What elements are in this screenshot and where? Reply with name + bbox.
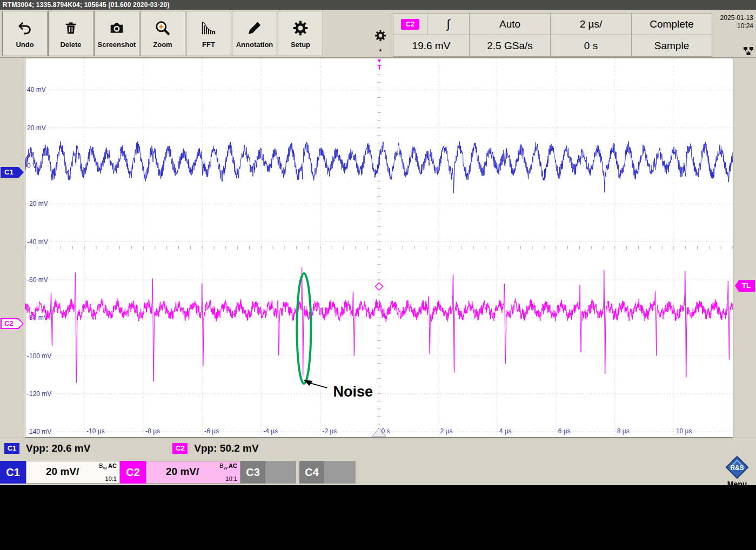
sample-rate: 2.5 GSa/s (469, 35, 550, 57)
zoom-button[interactable]: Zoom (140, 11, 185, 56)
trigger-source-cell[interactable]: C2 (393, 14, 427, 35)
c2-channel-button[interactable]: C2 (120, 461, 146, 484)
c2-probe-ratio: 10:1 (226, 475, 237, 482)
collapse-caret-icon: ▲ (378, 48, 383, 52)
camera-icon (108, 16, 126, 41)
c1-probe-ratio: 10:1 (105, 475, 117, 482)
graticule[interactable]: -10 µs-8 µs-6 µs-4 µs-2 µs0 s2 µs4 µs6 µ… (25, 58, 733, 438)
waveform-display: -10 µs-8 µs-6 µs-4 µs-2 µs0 s2 µs4 µs6 µ… (0, 58, 756, 438)
time-value: 10:24 (714, 22, 753, 30)
display-settings-button[interactable]: ▲ (372, 29, 389, 59)
timebase-scale[interactable]: 2 µs/ (550, 14, 631, 35)
c3-channel-button[interactable]: C3 (240, 461, 265, 484)
svg-text:-8 µs: -8 µs (145, 427, 160, 435)
undo-label: Undo (16, 41, 34, 49)
fft-button[interactable]: FFT (186, 11, 231, 56)
c1-channel-button[interactable]: C1 (0, 461, 26, 484)
svg-text:6 µs: 6 µs (558, 427, 571, 435)
status-bar: C2 ∫ Auto 2 µs/ Complete 19.6 mV 2.5 GSa… (393, 13, 712, 56)
svg-text:-100 mV: -100 mV (27, 352, 51, 360)
c2-scale: 20 mV/ (166, 466, 199, 478)
measurement-bar: C1 Vpp: 20.6 mV C2 Vpp: 50.2 mV (0, 438, 756, 458)
c1-marker-label: C1 (1, 167, 24, 178)
c3-settings[interactable] (265, 461, 296, 484)
undo-button[interactable]: Undo (2, 11, 48, 56)
svg-text:-140 mV: -140 mV (27, 428, 51, 435)
trigger-level-marker[interactable]: TL (735, 280, 755, 292)
svg-text:20 mV: 20 mV (27, 124, 46, 132)
display-settings-gear-icon (374, 29, 387, 44)
c1-measure-badge: C1 (4, 443, 19, 454)
annotation-label: Annotation (236, 41, 273, 49)
trash-icon (63, 16, 78, 41)
c2-vpp-measurement: Vpp: 50.2 mV (194, 442, 258, 454)
c1-bandwidth-coupling: BWAC (99, 462, 117, 471)
horizontal-position[interactable]: 0 s (550, 35, 631, 57)
svg-text:-40 mV: -40 mV (27, 238, 48, 246)
trigger-position-marker[interactable]: ▼ T (374, 58, 385, 71)
trigger-slope-cell[interactable]: ∫ (427, 14, 469, 35)
svg-text:-2 µs: -2 µs (322, 427, 337, 435)
menu-button[interactable]: R&S Menu (720, 455, 754, 488)
setup-button[interactable]: Setup (278, 11, 323, 56)
svg-text:-120 mV: -120 mV (27, 390, 51, 398)
c1-scale: 20 mV/ (46, 466, 79, 478)
svg-text:2 µs: 2 µs (440, 427, 453, 435)
svg-text:-60 mV: -60 mV (27, 276, 48, 284)
zoom-icon (154, 16, 171, 41)
undo-icon (17, 16, 33, 41)
menu-label: Menu (720, 480, 754, 488)
annotation-button[interactable]: Annotation (232, 11, 277, 56)
datetime-display: 2025-01-13 10:24 (714, 14, 754, 56)
c1-settings[interactable]: 20 mV/ BWAC 10:1 (26, 461, 120, 484)
svg-text:-6 µs: -6 µs (204, 427, 219, 435)
delete-label: Delete (60, 41, 81, 49)
svg-text:Noise: Noise (333, 384, 373, 400)
acquisition-mode[interactable]: Sample (631, 35, 712, 57)
svg-text:R&S: R&S (730, 464, 744, 472)
trigger-level-value[interactable]: 19.6 mV (393, 35, 469, 57)
trigger-mode[interactable]: Auto (469, 14, 550, 35)
svg-text:8 µs: 8 µs (617, 427, 630, 435)
svg-text:0 s: 0 s (382, 427, 390, 435)
window-title: RTM3004; 1335.8794K04; 105645 (01.600 20… (0, 0, 756, 10)
svg-text:10 µs: 10 µs (676, 427, 692, 435)
c2-position-marker[interactable]: C2 (1, 318, 24, 329)
c2-measure-badge: C2 (172, 443, 188, 454)
screenshot-button[interactable]: Screenshot (94, 11, 139, 56)
trigger-source-badge: C2 (401, 19, 419, 30)
fft-icon (199, 16, 218, 41)
c1-vpp-measurement: Vpp: 20.6 mV (26, 442, 90, 454)
toolbar: Undo Delete Screenshot Zoom FFT (0, 10, 756, 58)
setup-label: Setup (291, 41, 310, 49)
svg-text:40 mV: 40 mV (27, 86, 46, 93)
trigger-marker-label: T (374, 64, 385, 71)
channel-bar: C1 20 mV/ BWAC 10:1 C2 20 mV/ BWAC 10:1 … (0, 458, 756, 485)
screenshot-label: Screenshot (98, 41, 136, 49)
svg-text:4 µs: 4 µs (499, 427, 512, 435)
waveform-plot[interactable]: -10 µs-8 µs-6 µs-4 µs-2 µs0 s2 µs4 µs6 µ… (25, 58, 733, 437)
svg-text:-10 µs: -10 µs (86, 427, 105, 435)
c4-channel-button[interactable]: C4 (299, 461, 324, 484)
acquisition-status: Complete (631, 14, 712, 35)
delete-button[interactable]: Delete (48, 11, 93, 56)
zoom-label: Zoom (153, 41, 172, 49)
c1-position-marker[interactable]: C1 (1, 167, 24, 178)
svg-text:-4 µs: -4 µs (263, 427, 278, 435)
network-icon (744, 47, 753, 55)
pencil-icon (246, 16, 263, 41)
edge-trigger-icon: ∫ (446, 17, 450, 31)
c2-bandwidth-coupling: BWAC (219, 462, 237, 471)
gear-icon (292, 16, 309, 41)
svg-text:-20 mV: -20 mV (27, 200, 48, 207)
c4-settings[interactable] (324, 461, 356, 484)
date-value: 2025-01-13 (714, 14, 753, 22)
oscilloscope-screen: RTM3004; 1335.8794K04; 105645 (01.600 20… (0, 0, 756, 485)
rs-logo: R&S (725, 455, 749, 479)
c2-marker-label: C2 (1, 318, 24, 329)
fft-label: FFT (202, 41, 215, 49)
c2-settings[interactable]: 20 mV/ BWAC 10:1 (146, 461, 240, 484)
